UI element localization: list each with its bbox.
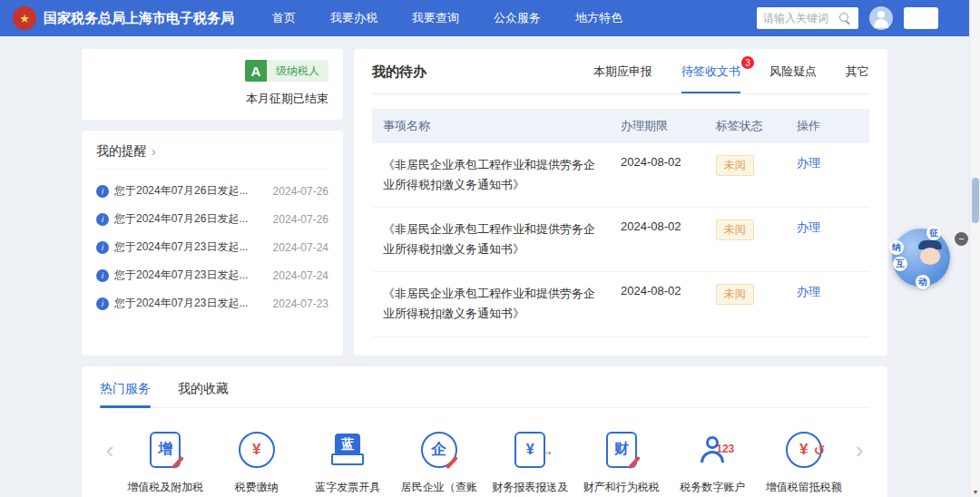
top-navbar: ★ 国家税务总局上海市电子税务局 首页 我要办税 我要查询 公众服务 地方特色 (0, 0, 980, 36)
header-deadline: 办理期限 (621, 118, 716, 134)
header-tag-status: 标签状态 (716, 118, 797, 134)
tab-other[interactable]: 其它 (846, 63, 869, 93)
reminder-text: 您于2024年07月26日发起... (114, 211, 266, 227)
table-row: 《非居民企业承包工程作业和提供劳务企业所得税扣缴义务通知书》 2024-08-0… (372, 143, 869, 208)
service-label: 增值税留抵税额退税 (761, 479, 848, 497)
vat-declaration-icon: 增 (122, 428, 209, 472)
row-item-name: 《非居民企业承包工程作业和提供劳务企业所得税扣缴义务通知书》 (383, 219, 621, 259)
service-financial-statements[interactable]: ¥ → 财务报表报送及更正 (485, 428, 576, 497)
mascot-bubble: 征 (926, 226, 941, 240)
service-label: 财产和行为税税源采集及合并... (579, 479, 665, 497)
main-nav: 首页 我要办税 我要查询 公众服务 地方特色 (272, 10, 622, 26)
reminder-text: 您于2024年07月23日发起... (114, 268, 266, 283)
chevron-left-icon[interactable]: ‹ (100, 428, 120, 472)
row-item-name: 《非居民企业承包工程作业和提供劳务企业所得税扣缴义务通知书》 (383, 155, 621, 195)
interaction-mascot[interactable]: 征 纳 互 动 (892, 229, 950, 287)
service-vat-credit-refund[interactable]: ¥ ↺ 增值税留抵税额退税 (759, 428, 850, 497)
refund-arrow-icon: ↺ (814, 443, 826, 459)
service-label: 居民企业（查账征收）企业所... (397, 479, 483, 497)
search-box[interactable] (757, 7, 858, 29)
enterprise-tax-icon: 企 (397, 428, 483, 472)
left-column: A 级纳税人 本月征期已结束 我的提醒 › i 您于2024年07月26日发起.… (82, 49, 343, 356)
reminders-title: 我的提醒 (96, 143, 147, 160)
search-icon[interactable] (839, 13, 850, 24)
reminder-date: 2024-07-24 (273, 269, 328, 282)
reminders-card: 我的提醒 › i 您于2024年07月26日发起... 2024-07-26 i… (82, 131, 343, 356)
tab-documents-to-sign[interactable]: 待签收文书 3 (681, 63, 740, 93)
nav-item-public-services[interactable]: 公众服务 (494, 10, 541, 26)
service-digital-account[interactable]: 123 税务数字账户 (667, 428, 759, 497)
icon-char: 蓝 (335, 434, 360, 455)
row-deadline: 2024-08-02 (621, 155, 716, 169)
mascot-bubble: 互 (893, 257, 907, 271)
reminder-text: 您于2024年07月23日发起... (114, 296, 266, 311)
table-row: 《非居民企业承包工程作业和提供劳务企业所得税扣缴义务通知书》 2024-08-0… (372, 272, 869, 336)
service-label: 财务报表报送及更正 (487, 479, 573, 497)
services-tabs: 热门服务 我的收藏 (100, 381, 869, 408)
scroll-down-arrow[interactable]: ▾ (970, 488, 980, 496)
service-property-behavior-tax[interactable]: 财 财产和行为税税源采集及合并... (576, 428, 668, 497)
service-vat-declaration[interactable]: 增 增值税及附加税费申报（一般... (120, 428, 211, 497)
scrollbar-thumb[interactable] (972, 178, 979, 223)
service-items: 增 增值税及附加税费申报（一般... ¥ 税费缴纳 蓝 (120, 428, 849, 497)
service-resident-enterprise-tax[interactable]: 企 居民企业（查账征收）企业所... (394, 428, 485, 497)
info-icon: i (96, 297, 109, 310)
main-content: A 级纳税人 本月征期已结束 我的提醒 › i 您于2024年07月26日发起.… (0, 36, 887, 497)
service-tax-payment[interactable]: ¥ 税费缴纳 (211, 428, 303, 497)
navbar-right (757, 6, 938, 30)
table-header-row: 事项名称 办理期限 标签状态 操作 (372, 109, 869, 143)
reminder-date: 2024-07-26 (273, 213, 328, 226)
tab-my-favorites[interactable]: 我的收藏 (178, 381, 229, 407)
taxpayer-grade-badge: A 级纳税人 (96, 60, 328, 82)
reminder-text: 您于2024年07月23日发起... (114, 239, 266, 255)
reminder-item[interactable]: i 您于2024年07月26日发起... 2024-07-26 (96, 177, 328, 205)
count-badge: 3 (741, 56, 754, 69)
row-deadline: 2024-08-02 (621, 219, 716, 233)
handle-link[interactable]: 办理 (797, 285, 820, 298)
service-blue-invoice[interactable]: 蓝 蓝字发票开具 (302, 428, 394, 497)
tab-hot-services[interactable]: 热门服务 (100, 381, 151, 407)
reminder-item[interactable]: i 您于2024年07月23日发起... 2024-07-24 (96, 261, 328, 289)
reminder-item[interactable]: i 您于2024年07月23日发起... 2024-07-24 (96, 233, 328, 261)
row-action: 办理 (797, 155, 858, 171)
chevron-right-icon[interactable]: › (849, 428, 869, 472)
service-label: 增值税及附加税费申报（一般... (122, 479, 209, 497)
header-item-name: 事项名称 (383, 118, 621, 134)
nav-item-local-features[interactable]: 地方特色 (575, 10, 622, 26)
minimize-mascot-button[interactable]: − (955, 232, 968, 246)
digital-account-icon: 123 (670, 428, 756, 472)
info-icon: i (96, 213, 109, 226)
user-avatar[interactable] (869, 6, 893, 30)
person-icon-body (874, 19, 888, 28)
mascot-bubble: 纳 (889, 240, 904, 255)
property-tax-icon: 财 (579, 428, 665, 472)
reminder-date: 2024-07-23 (273, 297, 328, 310)
nav-item-query[interactable]: 我要查询 (412, 10, 459, 26)
chevron-right-icon: › (152, 144, 156, 159)
person-icon (877, 11, 885, 18)
handle-link[interactable]: 办理 (797, 220, 820, 234)
reminders-header[interactable]: 我的提醒 › (96, 143, 328, 170)
reminder-item[interactable]: i 您于2024年07月23日发起... 2024-07-23 (96, 289, 328, 317)
search-input[interactable] (763, 12, 839, 24)
tab-label: 待签收文书 (681, 64, 740, 78)
nav-item-home[interactable]: 首页 (272, 10, 296, 26)
tab-current-declaration[interactable]: 本期应申报 (593, 63, 652, 93)
brand[interactable]: ★ 国家税务总局上海市电子税务局 (13, 6, 234, 30)
service-label: 税费缴纳 (214, 479, 300, 495)
status-badge: 未阅 (716, 155, 754, 176)
info-icon: i (96, 269, 109, 282)
financial-statements-icon: ¥ → (487, 428, 573, 472)
page-scrollbar: ▾ (969, 0, 980, 497)
services-carousel: ‹ 增 增值税及附加税费申报（一般... ¥ 税费缴纳 (100, 428, 869, 497)
mascot-bubble: 动 (916, 275, 930, 289)
row-action: 办理 (797, 219, 858, 236)
user-menu-chip[interactable] (904, 7, 938, 29)
tab-risk-points[interactable]: 风险疑点 (769, 63, 817, 93)
digits-icon: 123 (716, 443, 734, 455)
handle-link[interactable]: 办理 (797, 156, 820, 170)
reminder-item[interactable]: i 您于2024年07月26日发起... 2024-07-26 (96, 205, 328, 233)
taxpayer-grade-card: A 级纳税人 本月征期已结束 (82, 49, 343, 120)
reminder-date: 2024-07-26 (273, 185, 328, 198)
nav-item-tax-handling[interactable]: 我要办税 (330, 10, 377, 26)
